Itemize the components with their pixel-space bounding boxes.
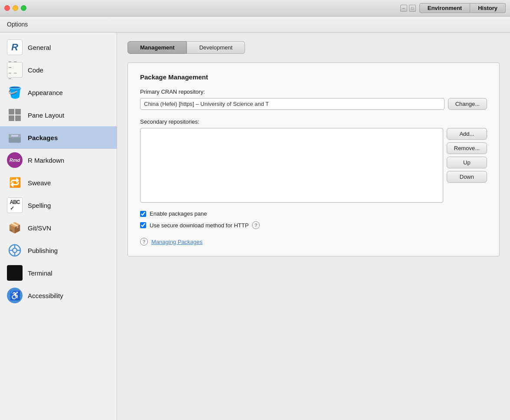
tab-bar: Management Development (128, 41, 500, 54)
sidebar-item-label: Pane Layout (28, 112, 64, 119)
tab-history[interactable]: History (470, 3, 506, 13)
sidebar-item-label: General (28, 44, 51, 51)
sidebar-item-label: Publishing (28, 247, 58, 254)
pane-layout-icon (7, 107, 23, 123)
sidebar-item-label: Git/SVN (28, 224, 51, 232)
sidebar: R General — — —— — — Code 🪣 Appearance (0, 33, 117, 420)
packages-icon (7, 130, 23, 145)
tab-management[interactable]: Management (128, 41, 187, 54)
publishing-icon (7, 243, 23, 258)
primary-repo-label: Primary CRAN repository: (140, 89, 487, 95)
spelling-icon: ABC✓ (7, 197, 23, 213)
up-button[interactable]: Up (447, 157, 487, 168)
sidebar-item-packages[interactable]: Packages (0, 126, 117, 149)
sidebar-item-label: Code (28, 66, 43, 74)
sidebar-item-label: Sweave (28, 179, 51, 187)
enable-packages-checkbox[interactable] (140, 211, 146, 217)
appearance-icon: 🪣 (7, 85, 23, 100)
enable-packages-label: Enable packages pane (150, 210, 207, 217)
minimize-button[interactable] (13, 5, 18, 11)
sidebar-item-accessibility[interactable]: ♿ Accessibility (0, 284, 117, 307)
general-icon: R (7, 39, 23, 55)
sidebar-item-spelling[interactable]: ABC✓ Spelling (0, 194, 117, 217)
terminal-icon (7, 265, 23, 281)
add-button[interactable]: Add... (447, 128, 487, 140)
win-minimize-icon[interactable]: ─ (400, 5, 407, 12)
secure-download-checkbox[interactable] (140, 222, 146, 228)
content-panel: Package Management Primary CRAN reposito… (128, 62, 500, 256)
svg-point-4 (13, 248, 17, 253)
sidebar-item-sweave[interactable]: 🔁 Sweave (0, 171, 117, 194)
accessibility-icon: ♿ (7, 288, 23, 303)
sidebar-item-rmarkdown[interactable]: Rmd R Markdown (0, 149, 117, 171)
repos-buttons: Add... Remove... Up Down (447, 128, 487, 203)
section-title: Package Management (140, 73, 487, 81)
help-circle-icon[interactable]: ? (252, 221, 260, 229)
sidebar-item-terminal[interactable]: Terminal (0, 262, 117, 284)
options-title: Options (7, 21, 28, 28)
sidebar-item-appearance[interactable]: 🪣 Appearance (0, 81, 117, 104)
header-tabs: Environment History (419, 3, 506, 13)
win-restore-icon[interactable]: □ (409, 5, 416, 12)
window-body: R General — — —— — — Code 🪣 Appearance (0, 33, 510, 420)
tab-development[interactable]: Development (187, 41, 245, 54)
close-button[interactable] (4, 5, 10, 11)
repos-row: Add... Remove... Up Down (140, 128, 487, 203)
maximize-button[interactable] (21, 5, 26, 11)
sidebar-item-publishing[interactable]: Publishing (0, 239, 117, 262)
svg-rect-2 (11, 135, 18, 137)
sidebar-item-label: Accessibility (28, 292, 63, 299)
sidebar-item-code[interactable]: — — —— — — Code (0, 59, 117, 81)
repos-list (140, 128, 443, 203)
secondary-repos-label: Secondary repositories: (140, 118, 487, 125)
sidebar-item-gitsvn[interactable]: 📦 Git/SVN (0, 217, 117, 239)
help-circle-link-icon: ? (140, 238, 148, 246)
secure-download-label: Use secure download method for HTTP (150, 222, 248, 229)
down-button[interactable]: Down (447, 171, 487, 183)
sidebar-item-general[interactable]: R General (0, 36, 117, 59)
sidebar-item-label: Packages (28, 134, 58, 141)
sidebar-item-label: Appearance (28, 89, 63, 96)
change-button[interactable]: Change... (448, 98, 487, 110)
window-chrome: ─ □ Environment History Options R Genera… (0, 0, 510, 420)
enable-packages-row: Enable packages pane (140, 210, 487, 217)
window-buttons (4, 5, 26, 11)
sidebar-item-pane-layout[interactable]: Pane Layout (0, 104, 117, 126)
primary-repo-input[interactable] (140, 98, 445, 110)
help-link-row: ? Managing Packages (140, 238, 487, 246)
sidebar-item-label: R Markdown (28, 157, 64, 164)
managing-packages-link[interactable]: Managing Packages (151, 239, 203, 245)
rmarkdown-icon: Rmd (7, 152, 23, 168)
main-content: Management Development Package Managemen… (117, 33, 510, 420)
options-title-bar: Options (0, 16, 510, 33)
title-bar: ─ □ Environment History (0, 0, 510, 16)
sidebar-item-label: Spelling (28, 202, 51, 209)
secure-download-row: Use secure download method for HTTP ? (140, 221, 487, 229)
remove-button[interactable]: Remove... (447, 142, 487, 154)
tab-environment[interactable]: Environment (419, 3, 470, 13)
code-icon: — — —— — — (7, 62, 23, 78)
sidebar-item-label: Terminal (28, 269, 52, 277)
sweave-icon: 🔁 (7, 175, 23, 190)
input-row: Change... (140, 98, 487, 110)
gitsvn-icon: 📦 (7, 220, 23, 236)
